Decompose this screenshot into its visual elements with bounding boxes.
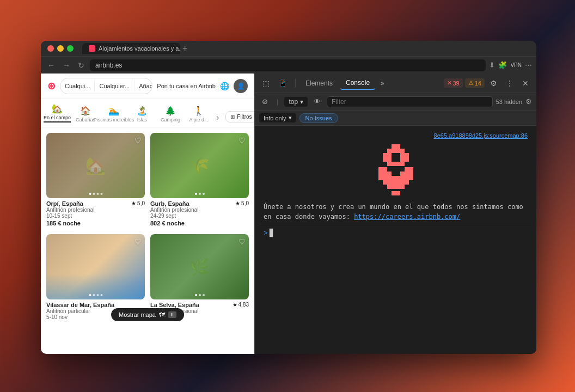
show-map-button[interactable]: Mostrar mapa 🗺 ⏸ xyxy=(111,308,184,321)
devtools-settings-icon[interactable]: ⚙ xyxy=(487,77,500,90)
listing-gurb-place: Gurb, España xyxy=(150,200,189,207)
category-piscinas[interactable]: 🏊 Piscinas increíbles xyxy=(103,106,125,122)
console-output: 8e65.a918898d25.js:sourcemap:86 xyxy=(255,126,536,354)
listing-gurb-host: Anfitrión profesional xyxy=(150,207,249,213)
listings-grid: 🏡 ♡ Orpí, Españ xyxy=(41,127,254,328)
browser-tab[interactable]: Alojamientos vacacionales y a... ✕ xyxy=(82,43,180,54)
listing-orpi-dates: 10-15 sept xyxy=(46,213,145,219)
search-location[interactable]: Cualqui... xyxy=(60,81,95,91)
host-link[interactable]: Pon tu casa en Airbnb xyxy=(157,83,216,89)
devtools-close-icon[interactable]: ✕ xyxy=(519,77,532,90)
apie-label: A pie d... xyxy=(189,117,208,122)
listing-orpi-host: Anfitrión profesional xyxy=(46,207,145,213)
category-islas[interactable]: 🏝️ Islas xyxy=(131,106,153,122)
islas-icon: 🏝️ xyxy=(137,106,148,116)
listing-laselva-rating: ★ 4,83 xyxy=(233,302,249,308)
download-icon[interactable]: ⬇ xyxy=(489,61,495,69)
listing-vilassar-favorite-icon[interactable]: ♡ xyxy=(134,237,142,246)
new-tab-button[interactable]: + xyxy=(182,44,187,53)
maximize-button[interactable] xyxy=(67,45,74,52)
error-count-badge[interactable]: ✕ 39 xyxy=(444,78,463,88)
tab-elements[interactable]: Elements xyxy=(300,77,338,89)
listing-laselva-place: La Selva, España xyxy=(150,302,199,308)
airbnb-logo: ⊛ xyxy=(47,80,56,92)
map-label: Mostrar mapa xyxy=(119,311,156,318)
search-dates[interactable]: Cualquier... xyxy=(95,81,134,91)
close-button[interactable] xyxy=(47,45,54,52)
console-clear-icon[interactable]: ⊘ xyxy=(259,96,271,107)
listing-gurb-favorite-icon[interactable]: ♡ xyxy=(238,136,246,145)
filter-label: Filtros xyxy=(237,114,252,120)
careers-link[interactable]: https://careers.airbnb.com/ xyxy=(354,213,460,220)
prompt-chevron-icon: > xyxy=(264,229,268,237)
listing-orpi-info: Orpí, España ★ 5,0 Anfitrión profesional… xyxy=(46,198,145,229)
listing-gurb-info: Gurb, España ★ 5,0 Anfitrión profesional… xyxy=(150,198,249,229)
hidden-count-label: 53 hidden xyxy=(496,99,522,105)
listing-orpi-dots xyxy=(89,193,102,195)
listing-orpi-favorite-icon[interactable]: ♡ xyxy=(134,136,142,145)
devtools-panel: ⬚ 📱 Elements Console » ✕ 39 ⚠ 14 ⚙ ⋮ ✕ xyxy=(254,74,536,354)
listing-orpi[interactable]: 🏡 ♡ Orpí, Españ xyxy=(46,133,145,229)
listing-orpi-rating: ★ 5,0 xyxy=(131,200,145,206)
toolbar-divider xyxy=(295,79,296,88)
nav-icons: ⬇ 🧩 VPN ⋯ xyxy=(489,61,532,69)
menu-icon[interactable]: ⋯ xyxy=(525,61,532,69)
vpn-label[interactable]: VPN xyxy=(510,62,522,68)
device-emulation-tool[interactable]: 📱 xyxy=(275,77,291,90)
forward-button[interactable]: → xyxy=(60,60,72,71)
console-settings-icon[interactable]: ⚙ xyxy=(525,97,532,106)
minimize-button[interactable] xyxy=(57,45,64,52)
category-campo[interactable]: 🏡 En el campo xyxy=(46,103,68,122)
title-bar: Alojamientos vacacionales y a... ✕ + xyxy=(41,41,536,56)
tab-console[interactable]: Console xyxy=(340,77,375,90)
filters-button[interactable]: ⊞ Filtros xyxy=(225,111,254,122)
language-globe-icon[interactable]: 🌐 xyxy=(220,82,229,90)
listing-gurb[interactable]: 🌾 ♡ Gurb, España xyxy=(150,133,249,229)
devtools-more-icon[interactable]: ⋮ xyxy=(503,77,517,90)
airbnb-panel-inner: ⊛ Cualqui... Cualquier... Añad... 🔍 Pon … xyxy=(41,74,254,328)
piscinas-label: Piscinas increíbles xyxy=(94,117,134,122)
categories-more-icon[interactable]: › xyxy=(216,113,219,122)
info-only-label: Info only xyxy=(264,115,286,121)
categories-bar: 🏡 En el campo 🏠 Cabañas 🏊 Piscinas incre… xyxy=(41,99,254,127)
map-pause-icon: ⏸ xyxy=(168,311,176,318)
listing-orpi-image: 🏡 ♡ xyxy=(46,133,145,198)
listing-vilassar-image: ♡ xyxy=(46,234,145,299)
extension-icon[interactable]: 🧩 xyxy=(498,61,507,69)
tab-bar: Alojamientos vacacionales y a... ✕ + xyxy=(82,43,530,54)
refresh-button[interactable]: ↻ xyxy=(76,60,87,71)
listing-laselva-favorite-icon[interactable]: ♡ xyxy=(238,237,246,246)
inspect-element-tool[interactable]: ⬚ xyxy=(259,77,273,90)
search-guests[interactable]: Añad... xyxy=(134,81,152,91)
category-camping[interactable]: 🌲 Camping xyxy=(160,106,181,122)
no-issues-badge[interactable]: No Issues xyxy=(299,113,338,123)
listing-orpi-price: 185 € noche xyxy=(46,220,145,226)
camping-label: Camping xyxy=(161,117,180,122)
error-x-icon: ✕ xyxy=(447,79,452,87)
console-source-link[interactable]: 8e65.a918898d25.js:sourcemap:86 xyxy=(259,130,532,139)
traffic-lights xyxy=(47,45,74,52)
back-button[interactable]: ← xyxy=(45,60,57,71)
content-area: ⊛ Cualqui... Cualquier... Añad... 🔍 Pon … xyxy=(41,74,536,354)
console-cursor: ▋ xyxy=(270,229,275,237)
category-apie[interactable]: 🚶 A pie d... xyxy=(188,106,210,122)
console-eye-icon[interactable]: 👁 xyxy=(311,96,323,107)
more-tabs-button[interactable]: » xyxy=(377,77,388,89)
console-toolbar2: Info only ▾ No Issues xyxy=(255,111,536,126)
piscinas-icon: 🏊 xyxy=(108,106,119,116)
error-count: 39 xyxy=(453,80,460,87)
header-right: Pon tu casa en Airbnb 🌐 👤 xyxy=(157,79,248,93)
console-prompt[interactable]: > ▋ xyxy=(259,224,532,241)
log-level-selector[interactable]: Info only ▾ xyxy=(259,113,296,122)
warning-count-badge[interactable]: ⚠ 14 xyxy=(465,78,485,88)
console-toolbar: ⊘ | top ▾ 👁 53 hidden ⚙ xyxy=(255,93,536,111)
search-bar[interactable]: Cualqui... Cualquier... Añad... 🔍 xyxy=(60,78,152,94)
console-message: Únete a nosotros y crea un mundo en el q… xyxy=(259,200,532,224)
user-menu-button[interactable]: 👤 xyxy=(234,79,248,93)
address-bar[interactable]: airbnb.es xyxy=(90,59,486,71)
campo-label: En el campo xyxy=(44,115,71,122)
context-selector[interactable]: top ▾ xyxy=(284,97,308,107)
console-filter-input[interactable] xyxy=(327,96,493,107)
context-dropdown-icon: ▾ xyxy=(300,98,303,106)
console-divider-icon: | xyxy=(274,96,281,107)
